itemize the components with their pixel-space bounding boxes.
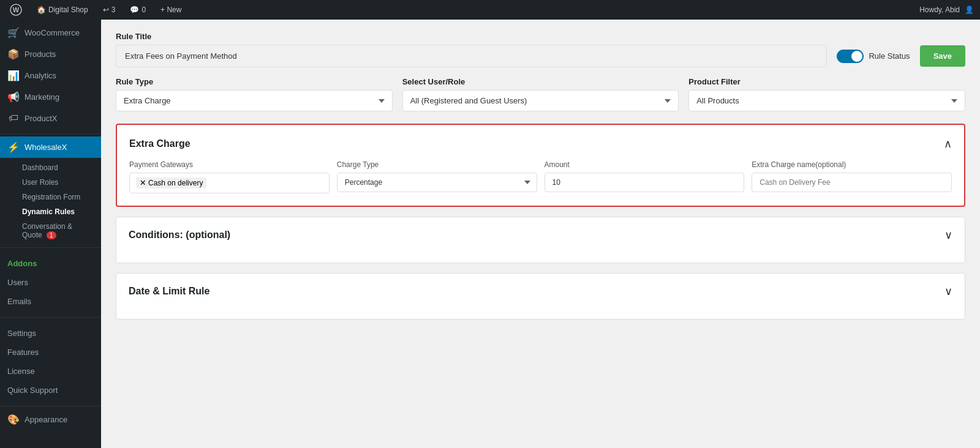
sidebar-divider	[0, 133, 101, 134]
sidebar-label-users: Users	[7, 278, 28, 287]
sidebar-label-analytics: Analytics	[24, 71, 56, 80]
tag-label: Cash on delivery	[148, 179, 203, 187]
payment-gateways-label: Payment Gateways	[129, 160, 330, 169]
date-limit-section: Date & Limit Rule ∨	[116, 273, 965, 319]
charge-type-select[interactable]: Percentage	[337, 173, 537, 192]
wholesalex-icon: ⚡	[7, 141, 20, 153]
rule-status-group: Rule Status	[837, 50, 910, 63]
sidebar-sub-dashboard[interactable]: Dashboard	[15, 160, 101, 175]
save-button[interactable]: Save	[920, 45, 965, 67]
charge-type-col: Charge Type Percentage	[337, 160, 537, 193]
sidebar-label-emails: Emails	[7, 297, 31, 306]
sidebar-item-products[interactable]: 📦 Products	[0, 43, 101, 65]
sidebar-item-emails[interactable]: Emails	[0, 292, 101, 311]
sidebar-label-products: Products	[24, 50, 56, 59]
conditions-header: Conditions: (optional) ∨	[129, 228, 952, 242]
sidebar-label-woocommerce: WooCommerce	[24, 28, 80, 37]
user-role-label: Select User/Role	[402, 77, 679, 86]
sidebar-item-marketing[interactable]: 📢 Marketing	[0, 86, 101, 108]
site-name-link[interactable]: 🏠 Digital Shop	[33, 0, 92, 20]
conversation-badge: 1	[47, 231, 56, 239]
sidebar-sub-dynamic-rules[interactable]: Dynamic Rules	[15, 204, 101, 219]
comments-link[interactable]: 💬 0	[126, 0, 149, 20]
sidebar-sub-label-dynamic-rules: Dynamic Rules	[22, 207, 75, 216]
extra-charge-header: Extra Charge ∧	[129, 137, 952, 151]
sidebar-item-license[interactable]: License	[0, 362, 101, 381]
admin-bar: W 🏠 Digital Shop ↩ 3 💬 0 + New Howdy, Ab…	[0, 0, 980, 20]
sidebar-item-quick-support[interactable]: Quick Support	[0, 381, 101, 400]
sidebar-sub-label-user-roles: User Roles	[22, 178, 58, 187]
user-role-group: Select User/Role All (Registered and Gue…	[402, 77, 679, 111]
appearance-icon: 🎨	[7, 414, 20, 425]
tag-remove-icon[interactable]: ✕	[140, 179, 146, 187]
sidebar: 🛒 WooCommerce 📦 Products 📊 Analytics 📢 M…	[0, 20, 101, 448]
sidebar-item-woocommerce[interactable]: 🛒 WooCommerce	[0, 22, 101, 43]
extra-charge-name-col: Extra Charge name(optional)	[752, 160, 952, 193]
amount-col: Amount	[545, 160, 745, 193]
rule-title-input[interactable]	[116, 45, 827, 67]
extra-charge-collapse-icon[interactable]: ∧	[944, 137, 952, 151]
revisions-count: 3	[111, 6, 116, 14]
sidebar-divider-2	[0, 247, 101, 248]
sidebar-label-license: License	[7, 367, 35, 376]
extra-charge-title: Extra Charge	[129, 138, 190, 149]
app-layout: 🛒 WooCommerce 📦 Products 📊 Analytics 📢 M…	[0, 20, 980, 448]
sidebar-label-addons: Addons	[7, 259, 37, 268]
sidebar-label-marketing: Marketing	[24, 92, 59, 102]
date-limit-expand-icon[interactable]: ∨	[944, 285, 952, 298]
sidebar-label-settings: Settings	[7, 329, 36, 338]
rule-title-label: Rule Title	[116, 32, 965, 41]
user-avatar: 👤	[965, 6, 974, 14]
charge-type-label: Charge Type	[337, 160, 537, 169]
payment-gateways-col: Payment Gateways ✕ Cash on delivery	[129, 160, 330, 193]
extra-charge-name-input[interactable]	[752, 173, 952, 192]
sidebar-item-productx[interactable]: 🏷 ProductX	[0, 108, 101, 129]
sidebar-divider-4	[0, 406, 101, 406]
sidebar-item-users[interactable]: Users	[0, 273, 101, 292]
dropdowns-row: Rule Type Extra Charge Select User/Role …	[116, 77, 965, 111]
sidebar-item-wholesalex[interactable]: ⚡ WholesaleX	[0, 136, 101, 158]
conditions-title: Conditions: (optional)	[129, 230, 230, 241]
analytics-icon: 📊	[7, 70, 20, 81]
site-name: Digital Shop	[48, 6, 88, 14]
conditions-expand-icon[interactable]: ∨	[944, 228, 952, 242]
sidebar-sub-label-dashboard: Dashboard	[22, 163, 58, 172]
wp-logo-icon: W	[10, 4, 22, 16]
extra-charge-section: Extra Charge ∧ Payment Gateways ✕ Cash o…	[116, 124, 965, 207]
cash-on-delivery-tag: ✕ Cash on delivery	[136, 177, 206, 189]
sidebar-item-analytics[interactable]: 📊 Analytics	[0, 65, 101, 86]
productx-icon: 🏷	[7, 113, 20, 124]
revisions-link[interactable]: ↩ 3	[99, 0, 119, 20]
main-content: Rule Title Rule Status Save Rule Type Ex…	[101, 20, 980, 448]
product-filter-label: Product Filter	[688, 77, 965, 86]
rule-type-select[interactable]: Extra Charge	[116, 90, 393, 111]
product-filter-select[interactable]: All Products	[688, 90, 965, 111]
sidebar-sub-conversation-quote[interactable]: Conversation & Quote 1	[15, 219, 101, 242]
sidebar-sub-label-registration-form: Registration Form	[22, 193, 80, 201]
conditions-section: Conditions: (optional) ∨	[116, 217, 965, 263]
sidebar-item-settings[interactable]: Settings	[0, 324, 101, 343]
woocommerce-icon: 🛒	[7, 27, 20, 39]
sidebar-label-productx: ProductX	[24, 114, 57, 123]
sidebar-item-addons[interactable]: Addons	[0, 254, 101, 273]
rule-status-toggle[interactable]	[837, 50, 864, 63]
new-label: + New	[160, 6, 181, 14]
date-limit-header: Date & Limit Rule ∨	[129, 285, 952, 298]
sidebar-item-features[interactable]: Features	[0, 343, 101, 362]
wp-logo-link[interactable]: W	[6, 0, 26, 20]
sidebar-item-appearance[interactable]: 🎨 Appearance	[0, 409, 101, 430]
wholesalex-submenu: Dashboard User Roles Registration Form D…	[0, 158, 101, 245]
rule-title-row: Rule Status Save	[116, 45, 965, 67]
user-role-select[interactable]: All (Registered and Guest Users)	[402, 90, 679, 111]
rule-status-label: Rule Status	[869, 51, 910, 61]
rule-title-section: Rule Title Rule Status Save	[116, 32, 965, 67]
sidebar-sub-user-roles[interactable]: User Roles	[15, 175, 101, 190]
new-content-link[interactable]: + New	[157, 0, 185, 20]
amount-input[interactable]	[545, 173, 745, 192]
sidebar-sub-registration-form[interactable]: Registration Form	[15, 190, 101, 204]
sidebar-divider-3	[0, 317, 101, 318]
user-greeting: Howdy, Abid	[919, 6, 960, 14]
marketing-icon: 📢	[7, 91, 20, 103]
charge-grid: Payment Gateways ✕ Cash on delivery Char…	[129, 160, 952, 193]
payment-gateways-input[interactable]: ✕ Cash on delivery	[129, 173, 330, 193]
